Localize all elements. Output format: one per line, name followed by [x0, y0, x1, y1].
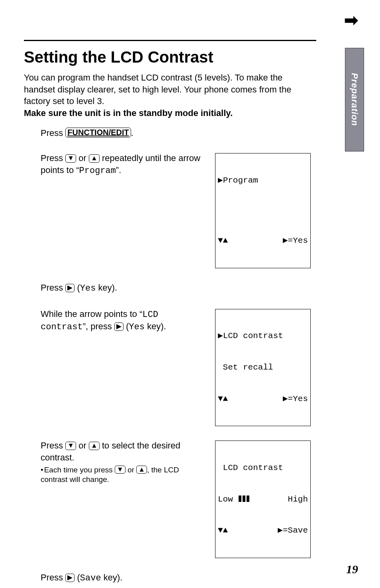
step1-post: . — [131, 128, 133, 138]
intro-text: You can program the handset LCD contrast… — [24, 72, 312, 119]
step5-mid: or — [76, 441, 89, 450]
step6-post2: key). — [101, 572, 123, 582]
up-arrow-button-2[interactable]: ▲ — [89, 442, 100, 450]
step5-sub-a: Each time you press — [41, 466, 115, 474]
section-tab: Preparation — [345, 48, 364, 151]
step5-sub: Each time you press ▼ or ▲, the LCD cont… — [41, 465, 204, 485]
step4-a: While the arrow points to “ — [41, 309, 143, 319]
step3-pre: Press — [41, 283, 65, 293]
step-1: Press FUNCTION/EDIT. — [41, 127, 312, 139]
step6-sub1-wrap: A beep sounds. — [41, 586, 204, 588]
down-arrow-button-3[interactable]: ▼ — [115, 466, 125, 474]
up-arrow-button-3[interactable]: ▲ — [136, 466, 147, 474]
step6-sub1: A beep sounds. — [41, 586, 96, 588]
intro-body: You can program the handset LCD contrast… — [24, 73, 291, 106]
lcd-screen-2: ▶LCD contrast Set recall ▼▲ ▶=Yes — [215, 309, 311, 427]
down-arrow-button-2[interactable]: ▼ — [65, 442, 76, 450]
lcd3-row3l: ▼▲ — [218, 525, 228, 536]
step4-mono2: Yes — [129, 322, 145, 332]
step4-d: key). — [145, 321, 166, 331]
right-arrow-button-2[interactable]: ▶ — [114, 323, 123, 331]
lcd2-row2: Set recall — [218, 362, 308, 373]
lcd3-row3r: ▶=Save — [278, 525, 308, 536]
divider — [24, 40, 316, 41]
lcd-screen-3: LCD contrast Low High ▼▲ ▶=Save — [215, 441, 311, 558]
lcd1-row3l: ▼▲ — [218, 236, 228, 246]
step-4: While the arrow points to “LCD contrast”… — [41, 308, 312, 427]
right-arrow-button-3[interactable]: ▶ — [65, 574, 74, 582]
step3-post1: ( — [74, 283, 80, 293]
step-3: Press ▶ (Yes key). — [41, 282, 312, 295]
step2-mono: Program — [79, 166, 116, 176]
step4-b: ”, press — [83, 321, 114, 331]
lcd1-row3r: ▶=Yes — [283, 236, 308, 246]
contrast-bars-icon — [239, 496, 249, 502]
step3-mono: Yes — [80, 283, 96, 293]
step2-pre: Press — [41, 153, 65, 163]
step6-pre: Press — [41, 572, 65, 582]
lcd2-row1: ▶LCD contrast — [218, 331, 308, 341]
step2-post2: ”. — [116, 165, 121, 175]
lcd3-high: High — [288, 494, 308, 505]
lcd2-row3r: ▶=Yes — [283, 394, 308, 404]
down-arrow-button[interactable]: ▼ — [65, 154, 76, 163]
page-title: Setting the LCD Contrast — [24, 48, 356, 66]
step5-pre: Press — [41, 441, 65, 450]
right-arrow-button[interactable]: ▶ — [65, 284, 74, 292]
lcd3-row1: LCD contrast — [218, 463, 308, 473]
lcd2-row3l: ▼▲ — [218, 394, 228, 404]
lcd1-row1: ▶Program — [218, 175, 308, 186]
step1-pre: Press — [41, 128, 65, 138]
step2-mid: or — [76, 153, 89, 163]
lcd3-low: Low — [218, 495, 233, 504]
step6-post1: ( — [74, 572, 80, 582]
step4-c: ( — [123, 321, 129, 331]
step-5: Press ▼ or ▲ to select the desired contr… — [41, 440, 312, 558]
step-2: Press ▼ or ▲ repeatedly until the arrow … — [41, 152, 312, 268]
step-6: Press ▶ (Save key). A beep sounds. To re… — [41, 572, 312, 588]
page-number: 19 — [346, 562, 358, 576]
lcd-screen-1: ▶Program ▼▲ ▶=Yes — [215, 153, 311, 268]
up-arrow-button[interactable]: ▲ — [89, 154, 100, 163]
step3-post2: key). — [96, 283, 117, 293]
intro-bold: Make sure the unit is in the standby mod… — [24, 108, 233, 118]
continue-arrow-icon: ➡ — [344, 12, 358, 29]
step5-sub-mid: or — [125, 466, 136, 474]
section-tab-label: Preparation — [349, 73, 360, 126]
step6-mono: Save — [80, 573, 101, 583]
function-edit-button[interactable]: FUNCTION/EDIT — [65, 128, 131, 138]
